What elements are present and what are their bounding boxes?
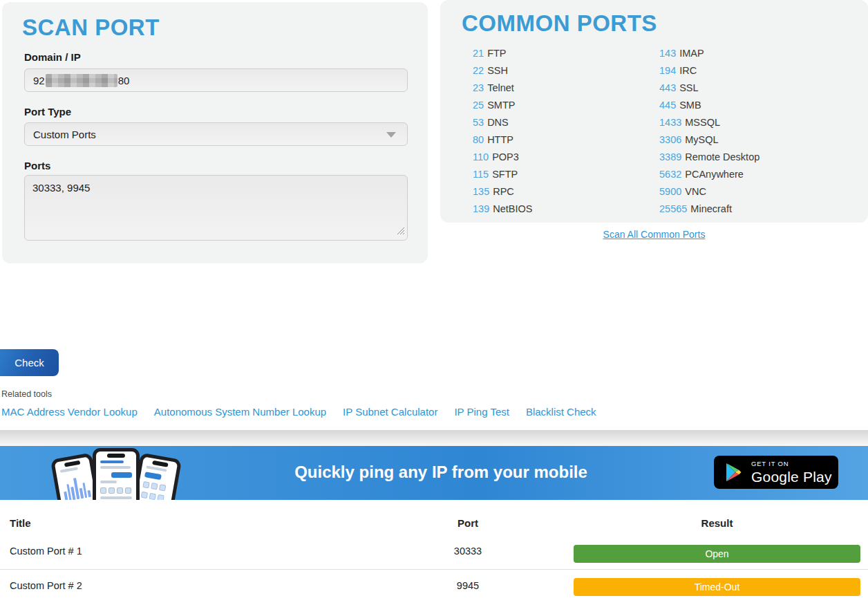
link-blacklist-check[interactable]: Blacklist Check (526, 406, 596, 418)
chevron-down-icon (386, 132, 396, 138)
port-item-telnet[interactable]: 23Telnet (473, 79, 532, 96)
port-item-smtp[interactable]: 25SMTP (473, 96, 532, 113)
related-tools-links: MAC Address Vendor Lookup Autonomous Sys… (1, 406, 596, 418)
google-play-label: Google Play (751, 469, 832, 484)
google-play-get-it-on: GET IT ON (751, 460, 832, 467)
common-ports-column-1: 21FTP 22SSH 23Telnet 25SMTP 53DNS 80HTTP… (473, 44, 532, 217)
scan-port-title: SCAN PORT (22, 15, 160, 41)
port-item-mysql[interactable]: 3306MySQL (659, 131, 760, 148)
mobile-app-banner: Quickly ping any IP from your mobile GET… (0, 446, 868, 500)
phone-mockup-center-icon (93, 448, 140, 500)
google-play-icon (723, 461, 744, 483)
domain-value-suffix: 80 (118, 75, 130, 86)
check-button[interactable]: Check (0, 349, 59, 376)
port-item-pop3[interactable]: 110POP3 (473, 148, 532, 165)
port-item-smb[interactable]: 445SMB (659, 96, 760, 113)
common-ports-column-2: 143IMAP 194IRC 443SSL 445SMB 1433MSSQL 3… (659, 44, 760, 217)
port-item-netbios[interactable]: 139NetBIOS (473, 200, 532, 217)
ports-textarea[interactable]: 30333, 9945 (24, 175, 408, 241)
google-play-text: GET IT ON Google Play (751, 460, 832, 484)
port-item-rpc[interactable]: 135RPC (473, 183, 532, 200)
port-item-remote-desktop[interactable]: 3389Remote Desktop (659, 148, 760, 165)
result-title: Custom Port # 2 (10, 580, 82, 591)
port-type-select[interactable]: Custom Ports (24, 122, 408, 146)
ports-label: Ports (24, 160, 50, 171)
common-ports-title: COMMON PORTS (462, 10, 657, 37)
port-item-sftp[interactable]: 115SFTP (473, 165, 532, 183)
link-mac-address-vendor-lookup[interactable]: MAC Address Vendor Lookup (1, 406, 138, 418)
result-title: Custom Port # 1 (10, 546, 82, 557)
port-type-label: Port Type (24, 106, 71, 118)
table-header-title: Title (10, 517, 31, 529)
table-header-result: Result (574, 517, 860, 529)
related-tools-heading: Related tools (1, 389, 52, 399)
resize-handle-icon[interactable] (397, 225, 405, 239)
port-item-imap[interactable]: 143IMAP (659, 44, 760, 62)
scan-all-common-ports-link[interactable]: Scan All Common Ports (603, 229, 706, 240)
scan-port-panel: SCAN PORT Domain / IP 9280 Port Type Cus… (2, 2, 428, 263)
scan-all-wrap: Scan All Common Ports (440, 228, 868, 241)
domain-input[interactable]: 9280 (24, 68, 408, 92)
link-ip-ping-test[interactable]: IP Ping Test (454, 406, 509, 418)
link-ip-subnet-calculator[interactable]: IP Subnet Calculator (343, 406, 437, 418)
port-item-http[interactable]: 80HTTP (473, 131, 532, 148)
port-item-ssh[interactable]: 22SSH (473, 62, 532, 79)
port-item-dns[interactable]: 53DNS (473, 113, 532, 131)
page: SCAN PORT Domain / IP 9280 Port Type Cus… (0, 0, 868, 605)
domain-value-prefix: 92 (33, 75, 45, 86)
port-item-irc[interactable]: 194IRC (659, 62, 760, 79)
table-row-divider (0, 569, 868, 570)
port-item-vnc[interactable]: 5900VNC (659, 183, 760, 200)
result-port: 30333 (426, 546, 509, 557)
link-asn-lookup[interactable]: Autonomous System Number Lookup (154, 406, 326, 418)
table-header-port: Port (426, 517, 509, 529)
port-item-ssl[interactable]: 443SSL (659, 79, 760, 96)
status-badge-open: Open (574, 545, 860, 563)
port-item-ftp[interactable]: 21FTP (473, 44, 532, 62)
port-item-minecraft[interactable]: 25565Minecraft (659, 200, 760, 217)
ports-value: 30333, 9945 (32, 182, 90, 194)
port-item-mssql[interactable]: 1433MSSQL (659, 113, 760, 131)
port-item-pcanywhere[interactable]: 5632PCAnywhere (659, 165, 760, 183)
redacted-ip-blur (46, 74, 117, 87)
port-type-selected-value: Custom Ports (33, 129, 96, 140)
result-port: 9945 (426, 580, 509, 591)
domain-ip-label: Domain / IP (24, 51, 81, 63)
section-divider (0, 430, 868, 446)
common-ports-panel: COMMON PORTS 21FTP 22SSH 23Telnet 25SMTP… (440, 0, 868, 223)
google-play-badge[interactable]: GET IT ON Google Play (714, 456, 838, 489)
status-badge-timed-out: Timed-Out (574, 578, 860, 596)
